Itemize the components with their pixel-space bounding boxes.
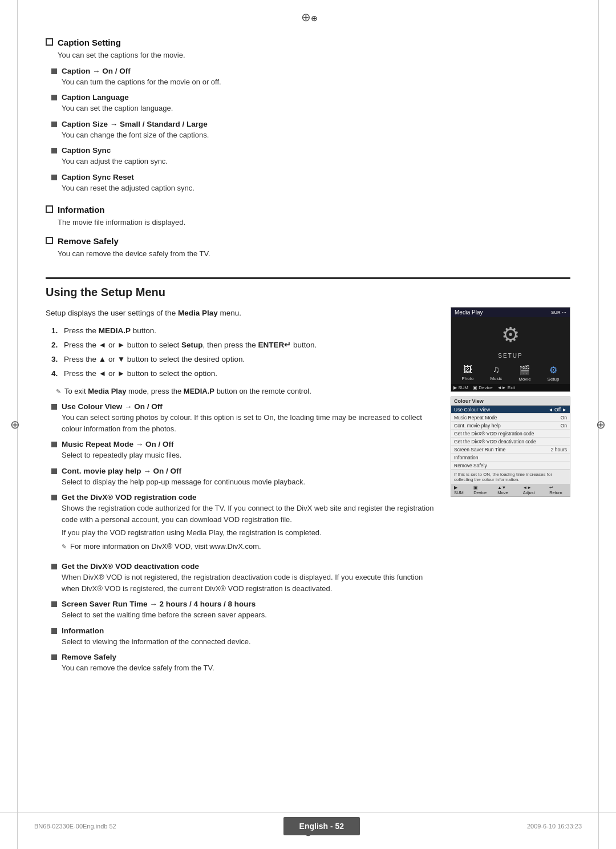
divx-reg-note: ✎ For more information on DivX® VOD, vis… xyxy=(62,541,437,552)
setup-images: Media Play SUR ⋯ ⚙ SETUP 🖼 Photo ♫ xyxy=(451,307,570,674)
bullet-icon xyxy=(51,148,57,153)
divx-reg-title: Get the DivX® VOD registration code xyxy=(62,493,437,502)
settings-row-4: Get the DivX® VOD registration code xyxy=(451,430,570,438)
information-desc: The movie file information is displayed. xyxy=(58,217,570,228)
setup-menu-section: Using the Setup Menu Setup displays the … xyxy=(46,277,570,674)
settings-row-1: Use Colour View ◄ Off ► xyxy=(451,406,570,414)
setup-text: Setup displays the user settings of the … xyxy=(46,307,437,674)
bullet-icon xyxy=(51,442,57,447)
settings-row-8: Remove Safely xyxy=(451,462,570,470)
settings-row-6: Screen Saver Run Time 2 hours xyxy=(451,446,570,454)
step-1: 1. Press the MEDIA.P button. xyxy=(51,325,437,337)
caption-size-title: Caption Size → Small / Standard / Large xyxy=(62,120,570,128)
crosshair-bottom: ⊕ xyxy=(303,825,313,839)
divx-deact-item: Get the DivX® VOD deactivation code When… xyxy=(51,562,437,594)
bullet-icon xyxy=(51,654,57,660)
remove-safely-title: Remove Safely xyxy=(58,236,119,246)
setup-intro: Setup displays the user settings of the … xyxy=(46,307,437,320)
info-item-title: Information xyxy=(62,626,437,635)
remove-safely-icon xyxy=(46,237,53,244)
screen1-header: Media Play SUR ⋯ xyxy=(451,308,570,317)
settings-footer: ▶ SUM ▣ Device ▲▼ Move ◄► Adjust ↩ Retur… xyxy=(451,484,570,496)
caption-sync-title: Caption Sync xyxy=(62,146,570,155)
footer-date: 2009-6-10 16:33:23 xyxy=(527,823,582,830)
info-item-desc: Select to viewing the information of the… xyxy=(62,636,437,648)
caption-sync-item: Caption Sync You can adjust the caption … xyxy=(51,146,570,167)
screen-saver-item: Screen Saver Run Time → 2 hours / 4 hour… xyxy=(51,600,437,621)
caption-language-item: Caption Language You can set the caption… xyxy=(51,93,570,114)
caption-size-content: Caption Size → Small / Standard / Large … xyxy=(62,120,570,141)
bullet-icon xyxy=(51,122,57,127)
caption-on-off-desc: You can turn the captions for the movie … xyxy=(62,76,570,88)
caption-setting-desc: You can set the captions for the movie. xyxy=(58,50,570,61)
divx-deact-title: Get the DivX® VOD deactivation code xyxy=(62,562,437,571)
cont-movie-item: Cont. movie play help → On / Off Select … xyxy=(51,467,437,488)
bullet-icon xyxy=(51,495,57,500)
caption-setting-title: Caption Setting xyxy=(58,38,121,47)
screen-saver-desc: Select to set the waiting time before th… xyxy=(62,609,437,621)
remove-safely-heading: Remove Safely xyxy=(46,236,570,246)
caption-size-item: Caption Size → Small / Standard / Large … xyxy=(51,120,570,141)
remove-safely-desc: You can remove the device safely from th… xyxy=(58,248,570,260)
screen-mockup-2: Colour View Use Colour View ◄ Off ► Musi… xyxy=(451,397,570,497)
settings-row-2: Music Repeat Mode On xyxy=(451,414,570,422)
divx-reg-extra: If you play the VOD registration using M… xyxy=(62,527,437,539)
cont-movie-title: Cont. movie play help → On / Off xyxy=(62,467,437,475)
caption-sync-desc: You can adjust the caption sync. xyxy=(62,156,570,167)
use-colour-view-item: Use Colour View → On / Off You can selec… xyxy=(51,402,437,434)
caption-on-off-content: Caption → On / Off You can turn the capt… xyxy=(62,67,570,88)
note-icon: ✎ xyxy=(56,387,61,397)
screen-saver-title: Screen Saver Run Time → 2 hours / 4 hour… xyxy=(62,600,437,608)
settings-row-3: Cont. movie play help On xyxy=(451,422,570,430)
screen-mockup-1: Media Play SUR ⋯ ⚙ SETUP 🖼 Photo ♫ xyxy=(451,307,570,392)
caption-on-off-title: Caption → On / Off xyxy=(62,67,570,75)
caption-sync-content: Caption Sync You can adjust the caption … xyxy=(62,146,570,167)
icon-setup: ⚙ Setup xyxy=(548,365,560,382)
divx-deact-desc: When DivX® VOD is not registered, the re… xyxy=(62,572,437,594)
music-repeat-title: Music Repeat Mode → On / Off xyxy=(62,440,437,448)
settings-row-7: Information xyxy=(451,454,570,462)
information-title: Information xyxy=(58,205,105,215)
divx-reg-desc: Shows the registration code authorized f… xyxy=(62,503,437,525)
screen1-footer: ▶ SUM ▣ Device ◄► Exit xyxy=(451,384,570,391)
crosshair-right: ⊕ xyxy=(596,418,606,431)
cont-movie-desc: Select to display the help pop-up messag… xyxy=(62,476,437,488)
bullet-icon xyxy=(51,95,57,100)
use-colour-view-title: Use Colour View → On / Off xyxy=(62,402,437,411)
music-repeat-desc: Select to repeatedly play music files. xyxy=(62,450,437,461)
setup-note: ✎ To exit Media Play mode, press the MED… xyxy=(56,386,437,397)
bullet-icon xyxy=(51,175,57,180)
bullet-icon xyxy=(51,404,57,410)
caption-sync-reset-item: Caption Sync Reset You can reset the adj… xyxy=(51,173,570,194)
caption-language-title: Caption Language xyxy=(62,93,570,102)
bullet-icon xyxy=(51,468,57,474)
icon-photo: 🖼 Photo xyxy=(461,365,473,382)
setup-layout: Setup displays the user settings of the … xyxy=(46,307,570,674)
footer-file: BN68-02330E-00Eng.indb 52 xyxy=(34,823,116,830)
note-icon: ✎ xyxy=(62,542,67,552)
info-item: Information Select to viewing the inform… xyxy=(51,626,437,648)
caption-on-off-item: Caption → On / Off You can turn the capt… xyxy=(51,67,570,88)
bullet-icon xyxy=(51,564,57,569)
settings-note: If this is set to ON, the loading time i… xyxy=(451,470,570,484)
footer-badge: English - 52 xyxy=(283,817,360,835)
divx-reg-item: Get the DivX® VOD registration code Show… xyxy=(51,493,437,556)
settings-row-5: Get the DivX® VOD deactivation code xyxy=(451,438,570,446)
screen1-icons: 🖼 Photo ♫ Music 🎬 Movie xyxy=(451,361,570,384)
icon-movie: 🎬 Movie xyxy=(518,365,530,382)
bullet-icon xyxy=(51,68,57,74)
caption-sync-reset-content: Caption Sync Reset You can reset the adj… xyxy=(62,173,570,194)
crosshair-left: ⊕ xyxy=(10,418,20,431)
bullet-icon xyxy=(51,601,57,607)
screen1-gear: ⚙ xyxy=(451,317,570,353)
step-2: 2. Press the ◄ or ► button to select Set… xyxy=(51,339,437,351)
caption-language-content: Caption Language You can set the caption… xyxy=(62,93,570,114)
step-4: 4. Press the ◄ or ► button to select the… xyxy=(51,368,437,379)
setup-menu-title: Using the Setup Menu xyxy=(46,286,570,299)
music-repeat-item: Music Repeat Mode → On / Off Select to r… xyxy=(51,440,437,461)
caption-sync-reset-desc: You can reset the adjusted caption sync. xyxy=(62,183,570,194)
numbered-list: 1. Press the MEDIA.P button. 2. Press th… xyxy=(51,325,437,380)
screen1-setup-label: SETUP xyxy=(451,353,570,361)
step-3: 3. Press the ▲ or ▼ button to select the… xyxy=(51,354,437,365)
information-icon xyxy=(46,205,53,213)
